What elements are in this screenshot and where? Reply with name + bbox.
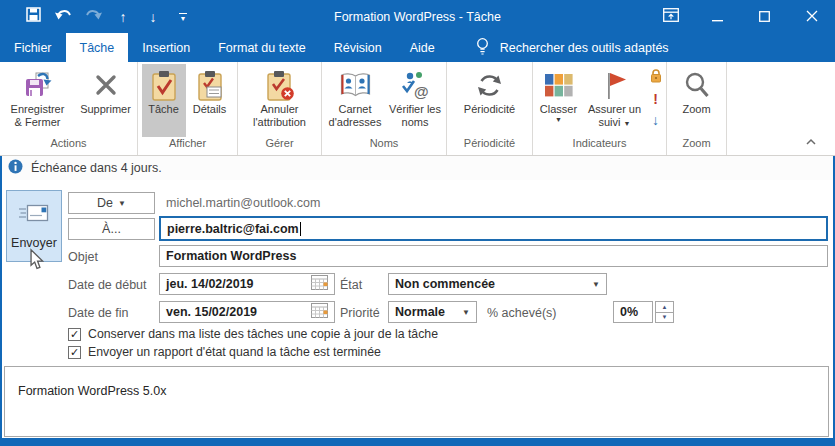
categorize-button[interactable]: Classer ▼	[534, 64, 584, 137]
ribbon-group-actions: Enregistrer & Fermer Supprimer Actions	[0, 62, 138, 155]
customize-quick-access-button[interactable]: ▼	[168, 4, 198, 30]
save-close-button[interactable]: Enregistrer & Fermer	[1, 64, 75, 137]
save-icon	[26, 7, 41, 26]
task-body-text: Formation WordPress 5.0x	[18, 384, 166, 398]
status-label: État	[340, 278, 362, 292]
window-controls	[647, 0, 835, 33]
status-dropdown[interactable]: Non commencée ▼	[388, 273, 607, 295]
address-book-icon	[339, 67, 372, 103]
collapse-ribbon-button[interactable]	[805, 132, 817, 150]
follow-up-button[interactable]: Assurer un suivi ▼	[584, 64, 646, 137]
recurrence-button[interactable]: Périodicité	[450, 64, 530, 137]
group-buttons: Tâche Détails	[138, 62, 237, 137]
redo-button[interactable]	[78, 4, 108, 30]
importance-mini-column: ! ↓	[646, 64, 666, 137]
from-address: michel.martin@outlook.com	[166, 196, 320, 210]
percent-complete-value[interactable]: 0%	[613, 301, 653, 323]
redo-icon	[84, 7, 103, 26]
high-importance-button[interactable]: !	[646, 89, 666, 108]
details-view-button[interactable]: Détails	[186, 64, 234, 137]
due-date-value: ven. 15/02/2019	[166, 305, 257, 319]
close-button[interactable]	[788, 0, 835, 33]
subject-input[interactable]: Formation WordPress	[159, 245, 828, 267]
maximize-button[interactable]	[741, 0, 788, 33]
tab-format-du-texte[interactable]: Format du texte	[204, 33, 320, 62]
tab-label: Révision	[334, 41, 382, 55]
check-names-icon: @	[400, 67, 430, 103]
follow-up-label: Assurer un suivi	[588, 103, 641, 128]
save-button[interactable]	[18, 4, 48, 30]
address-book-button[interactable]: Carnet d'adresses	[324, 64, 386, 137]
percent-complete-label: % achevé(s)	[487, 306, 556, 320]
details-clipboard-icon	[196, 67, 224, 103]
ribbon-display-options-icon	[663, 8, 679, 26]
ribbon-group-indicateurs: Classer ▼ Assurer un suivi ▼	[533, 62, 667, 155]
delete-button[interactable]: Supprimer	[75, 64, 137, 137]
tab-insertion[interactable]: Insertion	[128, 33, 204, 62]
tab-label: Format du texte	[218, 41, 306, 55]
ribbon-group-afficher: Tâche Détails	[138, 62, 238, 155]
tab-tache[interactable]: Tâche	[66, 33, 129, 62]
cancel-assignment-button[interactable]: Annuler l'attribution	[241, 64, 319, 137]
ribbon-display-options-button[interactable]	[647, 0, 694, 33]
ribbon: Enregistrer & Fermer Supprimer Actions	[0, 62, 835, 156]
check-names-button[interactable]: @ Vérifier les noms	[386, 64, 444, 137]
group-buttons: Carnet d'adresses @ Vérifier les noms	[322, 62, 446, 137]
search-label: Rechercher des outils adaptés	[500, 41, 669, 55]
group-buttons: Zoom	[667, 62, 726, 137]
lightbulb-icon	[475, 37, 490, 59]
spinner-down-button[interactable]: ▼	[655, 312, 674, 324]
save-close-icon	[22, 67, 54, 103]
to-button-label: À...	[102, 222, 121, 236]
minimize-icon	[712, 8, 723, 26]
to-input[interactable]: pierre.baltric@fai.com	[159, 216, 828, 241]
ribbon-button-label: Zoom	[682, 103, 710, 116]
maximize-icon	[759, 8, 770, 26]
group-label-afficher: Afficher	[138, 137, 237, 155]
to-button[interactable]: À...	[68, 218, 155, 240]
lock-icon	[649, 68, 663, 87]
ribbon-button-label: Carnet d'adresses	[326, 103, 384, 129]
undo-button[interactable]	[48, 4, 78, 30]
spinner-up-icon: ▲	[662, 304, 668, 310]
calendar-picker-icon[interactable]	[311, 303, 328, 321]
window-border-left	[0, 156, 2, 446]
window-border-bottom	[0, 438, 835, 446]
tab-aide[interactable]: Aide	[396, 33, 449, 62]
infobar: Échéance dans 4 jours.	[0, 156, 835, 180]
task-view-button[interactable]: Tâche	[142, 64, 186, 137]
low-importance-button[interactable]: ↓	[646, 110, 666, 129]
tab-revision[interactable]: Révision	[320, 33, 396, 62]
subject-value: Formation WordPress	[166, 249, 296, 263]
customize-quick-access-icon: ▼	[179, 13, 187, 21]
tell-me-search[interactable]: Rechercher des outils adaptés	[475, 33, 669, 62]
dropdown-caret-icon: ▼	[118, 199, 126, 208]
tab-fichier[interactable]: Fichier	[0, 33, 66, 62]
keep-copy-checkbox[interactable]: ✓	[68, 328, 81, 341]
group-buttons: Annuler l'attribution	[238, 62, 321, 137]
recurrence-icon	[475, 67, 504, 103]
task-body-editor[interactable]: Formation WordPress 5.0x	[4, 366, 829, 437]
keep-copy-checkbox-row: ✓ Conserver dans ma liste des tâches une…	[68, 327, 438, 341]
quick-access-toolbar: ↑ ↓ ▼	[18, 4, 198, 30]
due-date-input[interactable]: ven. 15/02/2019	[159, 301, 335, 323]
close-icon	[806, 8, 818, 26]
minimize-button[interactable]	[694, 0, 741, 33]
keep-copy-label: Conserver dans ma liste des tâches une c…	[88, 327, 438, 341]
from-button[interactable]: De▼	[68, 192, 155, 214]
send-envelope-icon	[18, 203, 50, 227]
move-up-button[interactable]: ↑	[108, 4, 138, 30]
send-report-checkbox-row: ✓ Envoyer un rapport d'état quand la tâc…	[68, 345, 381, 359]
move-down-button[interactable]: ↓	[138, 4, 168, 30]
send-report-checkbox[interactable]: ✓	[68, 346, 81, 359]
calendar-picker-icon[interactable]	[311, 275, 328, 293]
percent-complete-spinner: 0% ▲ ▼	[613, 301, 674, 323]
cancel-assignment-icon	[265, 67, 295, 103]
high-importance-icon: !	[653, 91, 658, 107]
priority-dropdown[interactable]: Normale ▼	[388, 301, 477, 323]
start-date-input[interactable]: jeu. 14/02/2019	[159, 273, 335, 295]
private-button[interactable]	[646, 68, 666, 87]
zoom-button[interactable]: Zoom	[670, 64, 724, 137]
ribbon-group-gerer: Annuler l'attribution Gérer	[238, 62, 322, 155]
task-form: Envoyer De▼ michel.martin@outlook.com À.…	[0, 180, 835, 438]
